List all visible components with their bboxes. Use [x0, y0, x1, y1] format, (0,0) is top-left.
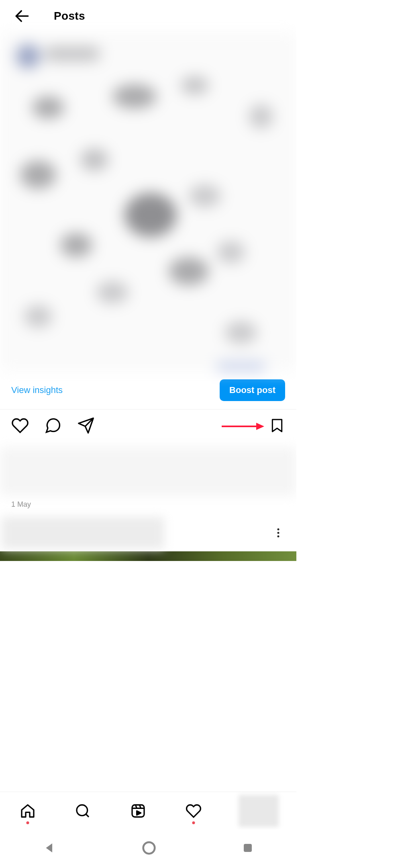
search-icon — [75, 803, 91, 819]
square-recents-icon — [242, 842, 254, 854]
post-caption-area — [0, 447, 296, 495]
svg-point-5 — [277, 535, 279, 537]
share-button[interactable] — [77, 417, 95, 436]
home-icon — [20, 803, 36, 819]
bottom-nav — [0, 792, 296, 829]
system-recents-button[interactable] — [242, 842, 254, 856]
arrow-left-icon — [13, 7, 31, 25]
svg-rect-15 — [244, 844, 252, 852]
view-insights-link[interactable]: View insights — [11, 385, 63, 395]
svg-point-14 — [143, 842, 155, 854]
svg-point-3 — [277, 528, 279, 530]
system-home-button[interactable] — [141, 840, 157, 857]
post-more-button[interactable] — [272, 525, 284, 542]
post-image[interactable] — [0, 32, 296, 371]
boost-post-button[interactable]: Boost post — [220, 379, 285, 401]
heart-icon — [11, 417, 29, 434]
next-post-user[interactable] — [2, 517, 164, 549]
insights-row: View insights Boost post — [0, 371, 296, 409]
annotation-arrow-icon — [221, 420, 265, 432]
profile-thumbnail — [239, 795, 279, 827]
send-icon — [77, 417, 95, 434]
svg-line-7 — [86, 814, 89, 817]
next-post-header — [0, 514, 296, 551]
post-date: 1 May — [0, 498, 296, 514]
system-nav — [0, 829, 296, 868]
post-action-row — [0, 409, 296, 443]
comment-icon — [44, 417, 62, 434]
nav-home-badge — [26, 821, 29, 824]
comment-button[interactable] — [44, 417, 62, 436]
system-back-button[interactable] — [43, 841, 56, 856]
nav-activity[interactable] — [184, 801, 204, 821]
nav-search[interactable] — [73, 801, 93, 821]
reels-icon — [130, 803, 146, 819]
svg-marker-12 — [137, 811, 141, 815]
nav-profile[interactable] — [239, 801, 279, 821]
heart-icon — [186, 803, 202, 819]
nav-activity-badge — [192, 821, 195, 824]
more-vertical-icon — [272, 525, 284, 541]
nav-home[interactable] — [18, 801, 38, 821]
triangle-back-icon — [43, 841, 56, 855]
save-button[interactable] — [269, 417, 285, 436]
like-button[interactable] — [11, 417, 29, 436]
svg-point-4 — [277, 532, 279, 534]
next-post-image-strip[interactable] — [0, 551, 296, 561]
svg-marker-2 — [256, 423, 264, 430]
svg-marker-13 — [46, 843, 53, 853]
circle-home-icon — [141, 840, 157, 856]
page-title: Posts — [54, 10, 85, 23]
nav-reels[interactable] — [128, 801, 148, 821]
header-bar: Posts — [0, 0, 296, 32]
back-button[interactable] — [12, 6, 32, 26]
svg-point-6 — [77, 805, 88, 816]
bookmark-icon — [269, 417, 285, 434]
